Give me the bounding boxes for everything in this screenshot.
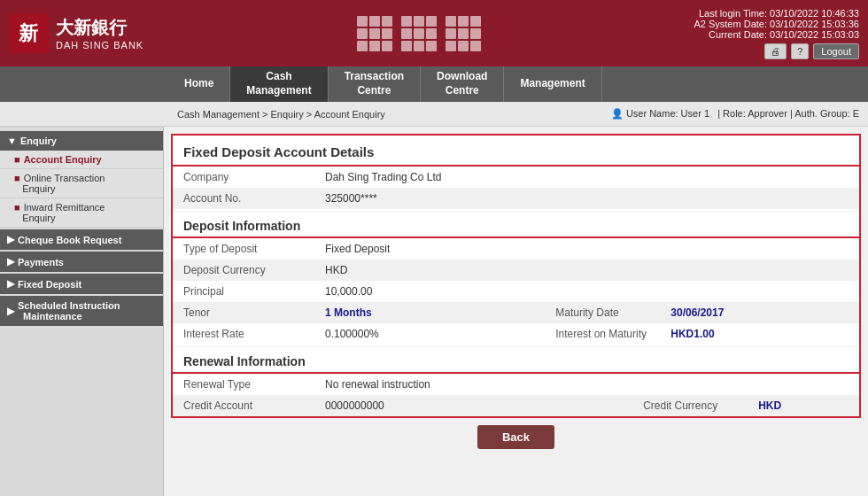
sidebar-header-fixed-deposit[interactable]: ▶ Fixed Deposit [0,274,163,294]
deposit-info-table: Type of Deposit Fixed Deposit Deposit Cu… [173,238,859,345]
breadcrumb-bar: Cash Management > Enquiry > Account Enqu… [0,102,868,127]
sidebar-label-enquiry: Enquiry [20,136,57,146]
deco-1 [357,16,392,51]
sidebar-arrow-fixed-deposit: ▶ [7,278,14,290]
back-button[interactable]: Back [477,425,554,449]
sidebar-sub-enquiry: ■Account Enquiry ■Online Transaction Enq… [0,151,163,228]
sidebar-label-scheduled-instruction: Scheduled Instruction Maintenance [18,300,120,322]
bank-name-english: DAH SING BANK [56,40,143,50]
header-decorations [357,16,481,51]
nav-management[interactable]: Management [504,66,601,102]
breadcrumb: Cash Management > Enquiry > Account Enqu… [177,109,385,120]
credit-account-label: Credit Account [173,395,314,416]
table-row-company: Company Dah Sing Trading Co Ltd [173,167,859,188]
current-date: Current Date: 03/10/2022 15:03:03 [694,29,859,40]
sidebar-section-cheque-book: ▶ Cheque Book Request [0,229,163,250]
nav-cash-management[interactable]: CashManagement [230,66,328,102]
sidebar-arrow-scheduled: ▶ [7,306,14,317]
credit-currency-label: Credit Currency [632,395,748,416]
tenor-value: 1 Months [314,302,545,323]
account-no-value: 325000**** [314,188,731,209]
last-login: Last login Time: 03/10/2022 10:46:33 [694,8,859,19]
account-info-table: Company Dah Sing Trading Co Ltd Account … [173,167,859,209]
type-label: Type of Deposit [173,238,314,260]
company-value: Dah Sing Trading Co Ltd [314,167,731,188]
sidebar-header-cheque-book[interactable]: ▶ Cheque Book Request [0,229,163,250]
logout-button[interactable]: Logout [813,43,859,59]
interest-on-maturity-label: Interest on Maturity [545,323,660,345]
logo-text: 大新銀行 DAH SING BANK [56,16,143,50]
account-no-label: Account No. [173,188,314,209]
deco-2 [401,16,437,51]
table-row-principal: Principal 10,000.00 [173,281,859,302]
page-title: Fixed Deposit Account Details [173,136,859,167]
interest-rate-value: 0.100000% [314,323,545,345]
table-row-tenor: Tenor 1 Months Maturity Date 30/06/2017 [173,302,859,323]
sidebar-section-scheduled-instruction: ▶ Scheduled Instruction Maintenance [0,296,163,326]
principal-value: 10,000.00 [314,281,545,302]
content-inner: Fixed Deposit Account Details Company Da… [171,134,861,418]
svg-text:新: 新 [19,22,39,44]
sidebar-arrow-payments: ▶ [7,256,14,267]
renewal-info-title: Renewal Information [173,346,859,374]
sidebar-item-inward-remittance-enquiry[interactable]: ■Inward Remittance Enquiry [0,198,163,228]
currency-value: HKD [314,260,545,281]
renewal-type-label: Renewal Type [173,374,314,395]
tenor-label: Tenor [173,302,314,323]
table-row-renewal-type: Renewal Type No renewal instruction [173,374,859,395]
sidebar: ▼ Enquiry ■Account Enquiry ■Online Trans… [0,127,164,496]
sidebar-section-fixed-deposit: ▶ Fixed Deposit [0,274,163,294]
sidebar-label-payments: Payments [18,257,64,267]
nav-transaction-centre[interactable]: TransactionCentre [329,66,421,102]
company-label: Company [173,167,314,188]
top-nav: Home CashManagement TransactionCentre Do… [0,66,868,102]
renewal-info-table: Renewal Type No renewal instruction Cred… [173,374,859,416]
sidebar-label-cheque-book: Cheque Book Request [18,235,121,245]
header-actions: 🖨 ? Logout [694,43,859,59]
header: 新 大新銀行 DAH SING BANK Last login Time: 03… [0,0,868,66]
sidebar-arrow-cheque: ▶ [7,234,14,245]
user-name: User Name: User 1 [626,108,709,119]
logo-area: 新 大新銀行 DAH SING BANK [9,13,143,53]
sidebar-label-fixed-deposit: Fixed Deposit [18,279,81,290]
maturity-date-label: Maturity Date [545,302,660,323]
sidebar-section-payments: ▶ Payments [0,252,163,272]
principal-label: Principal [173,281,314,302]
sidebar-header-enquiry[interactable]: ▼ Enquiry [0,131,163,151]
table-row-credit-account: Credit Account 0000000000 Credit Currenc… [173,395,859,416]
sidebar-item-account-enquiry[interactable]: ■Account Enquiry [0,151,163,169]
help-button[interactable]: ? [791,43,809,59]
interest-on-maturity-value: HKD1.00 [660,323,859,345]
deposit-info-title: Deposit Information [173,211,859,238]
nav-home[interactable]: Home [168,66,230,102]
type-value: Fixed Deposit [314,238,545,260]
header-info: Last login Time: 03/10/2022 10:46:33 A2 … [694,8,859,59]
table-row-interest-rate: Interest Rate 0.100000% Interest on Matu… [173,323,859,345]
sidebar-arrow-enquiry: ▼ [7,136,17,146]
table-row-deposit-currency: Deposit Currency HKD [173,260,859,281]
nav-download-centre[interactable]: DownloadCentre [421,66,504,102]
sidebar-item-online-transaction-enquiry[interactable]: ■Online Transaction Enquiry [0,169,163,198]
deco-3 [446,16,481,51]
bank-logo-icon: 新 [9,13,49,53]
credit-currency-value: HKD [748,395,859,416]
bullet-icon: ■ [14,202,20,213]
maturity-date-value: 30/06/2017 [660,302,859,323]
user-icon: 👤 [611,108,624,119]
user-role: | Role: Approver | Auth. Group: E [717,108,859,119]
bullet-icon: ■ [14,154,20,165]
table-row-account-no: Account No. 325000**** [173,188,859,209]
user-info: 👤 User Name: User 1 | Role: Approver | A… [611,108,859,120]
bullet-icon: ■ [14,173,20,183]
main-layout: ▼ Enquiry ■Account Enquiry ■Online Trans… [0,127,868,496]
interest-rate-label: Interest Rate [173,323,314,345]
content-area: Fixed Deposit Account Details Company Da… [164,127,868,496]
print-button[interactable]: 🖨 [764,43,787,59]
credit-account-value: 0000000000 [314,395,632,416]
sidebar-header-scheduled-instruction[interactable]: ▶ Scheduled Instruction Maintenance [0,296,163,326]
bank-name-chinese: 大新銀行 [56,16,143,40]
a2-system-date: A2 System Date: 03/10/2022 15:03:36 [694,19,859,29]
currency-label: Deposit Currency [173,260,314,281]
renewal-type-value: No renewal instruction [314,374,632,395]
sidebar-header-payments[interactable]: ▶ Payments [0,252,163,272]
